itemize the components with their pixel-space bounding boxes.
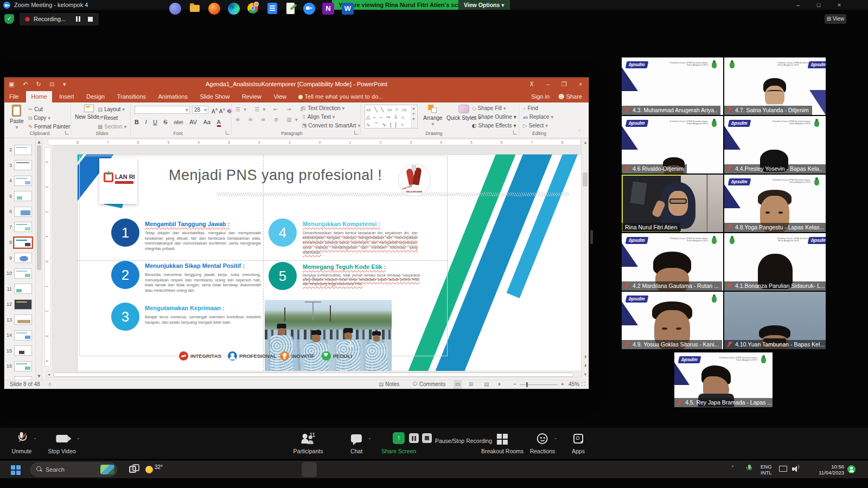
stop-recording-icon[interactable] [88,17,93,22]
clipboard-dialog-launcher[interactable] [65,131,69,134]
sign-in-link[interactable]: Sign in [531,91,550,102]
underline-button[interactable]: U [153,119,157,125]
smartart-button[interactable]: ⬔ Convert to SmartArt ▾ [302,121,360,130]
tray-clock[interactable]: 10:5611/04/2023 [808,464,844,476]
file-explorer-icon[interactable] [189,3,201,15]
thumbnail-item[interactable]: 4 [4,173,32,189]
find-button[interactable]: ⌕ Find [523,104,538,113]
tab-file[interactable]: File [4,91,24,102]
tab-insert[interactable]: Insert [54,91,79,102]
fit-slide-button[interactable]: ⛶ [582,380,585,389]
reactions-options-chevron[interactable]: ˄ [554,438,557,443]
thumbnail-item[interactable]: 12 [4,297,32,312]
thumbnail-item[interactable]: 13 [4,312,32,328]
tab-design[interactable]: Design [81,91,110,102]
tab-slideshow[interactable]: Slide Show [195,91,234,102]
view-layout-button[interactable]: ⊞ View [825,14,846,24]
drawing-dialog-launcher[interactable] [513,131,517,134]
chrome-icon[interactable] [247,3,259,15]
font-size-combo[interactable]: 28▾ [192,106,208,114]
reset-button[interactable]: ↺ Reset [98,114,118,122]
thumbnail-item[interactable]: 10 [4,266,32,281]
stop-video-button[interactable]: Stop Video [48,432,75,454]
tray-speaker-icon[interactable]: ) [792,466,801,472]
security-shield-icon[interactable]: ✓ [4,14,14,24]
reading-view-button[interactable]: ▤ [484,380,489,389]
format-painter-button[interactable]: ✎ Format Painter [28,123,70,131]
tab-view[interactable]: View [269,91,291,102]
breakout-rooms-button[interactable]: Breakout Rooms [481,432,524,454]
ppt-close-button[interactable]: × [572,78,589,91]
font-dialog-launcher[interactable] [226,131,229,134]
text-direction-button[interactable]: ⇅ Text Direction ▾ [302,104,344,113]
h-scrollbar[interactable]: ◂ ▸ [46,371,585,378]
chat-options-chevron[interactable]: ˄ [368,438,371,443]
thumbnail-item[interactable]: 17 [4,374,32,380]
copy-button[interactable]: ⧉ Copy ▾ [28,114,50,122]
quick-access-toolbar[interactable]: ▣ ↶ ↻ ⊡ ▾ [9,78,69,91]
tray-display-icon[interactable] [779,466,787,472]
apps-button[interactable]: Apps [572,432,585,454]
participant-tile[interactable]: bpsdm Pelatihan Dasar CPNS KemenkumhamTa… [622,57,723,115]
audio-options-chevron[interactable]: ˄ [34,438,36,443]
font-color-button[interactable]: A [217,119,221,127]
next-slide-button[interactable]: ⇟ [582,363,589,368]
grow-shrink-font[interactable]: A˄ A˅ � [212,106,232,115]
replace-button[interactable]: ab Replace ▾ [523,113,553,122]
start-button[interactable] [10,464,22,476]
notepad-app-icon[interactable] [285,3,297,15]
v-scrollbar[interactable]: ▴ ⇞ ⇟ ▾ [581,139,589,378]
thumbnail-item[interactable]: 15 [4,343,32,359]
thumbnail-scrollbar[interactable]: ▲ ▼ [35,139,42,380]
tab-transitions[interactable]: Transitions [112,91,151,102]
clear-format-button[interactable]: abc [174,119,183,125]
notes-button[interactable]: ▤ Notes [379,380,399,389]
layout-button[interactable]: ▤ Layout ▾ [98,105,125,113]
slideshow-view-button[interactable]: ⏵ [498,380,501,389]
participant-tile-active-speaker[interactable]: Rina Nurul Fitri Atien [622,175,723,232]
participant-tile[interactable]: bpsdm Pelatihan Dasar CPNS KemenkumhamTa… [674,352,773,407]
tab-animations[interactable]: Animations [154,91,193,102]
thumbnail-item[interactable]: 7 [4,220,32,235]
participant-tile[interactable]: bpsdm Pelatihan Dasar CPNS KemenkumhamTa… [724,175,826,232]
zoom-out-button[interactable]: − [513,380,516,389]
ribbon-options-icon[interactable]: ⊼ [524,78,540,91]
participant-tile[interactable]: bpsdm Pelatihan Dasar CPNS KemenkumhamTa… [724,233,826,291]
shapes-gallery[interactable]: ▭ ╲ ╲ ▭ ○ ▭ △ ⌐ ⌐ ⇨ ⇩ ⌂ ∿ ⌒ ∿ { } ☆ ▲▾▼ [365,105,418,129]
slide[interactable]: LAN RI Menjadi PNS yang profesional ! HA… [78,155,581,371]
video-options-chevron[interactable]: ˄ [77,438,80,443]
thumbnail-item[interactable]: 6 [4,204,32,220]
notebook-app-icon[interactable] [267,3,279,15]
tab-home[interactable]: Home [26,91,52,102]
thumbnail-item[interactable]: 2 [4,142,32,158]
tray-chevron-icon[interactable]: ˄ [731,465,734,471]
participant-tile[interactable]: bpsdm Pelatihan Dasar CPNS KemenkumhamTa… [622,233,723,291]
char-spacing-button[interactable]: AV [189,119,197,125]
cut-button[interactable]: ✂ Cut [28,105,43,113]
zoom-percent[interactable]: 45% [569,380,579,389]
participant-tile[interactable]: bpsdm Pelatihan Dasar CPNS KemenkumhamTa… [724,57,826,115]
change-case-button[interactable]: Aa [203,119,210,125]
font-name-combo[interactable]: ▾ [135,106,190,114]
edge-icon[interactable] [228,3,240,15]
thumbnail-item[interactable]: 3 [4,158,32,174]
close-button[interactable]: × [830,0,848,10]
shape-outline-button[interactable]: ▱ Shape Outline ▾ [472,113,516,121]
taskbar-search[interactable]: Search [30,463,117,477]
normal-view-button[interactable]: ▭ [454,380,462,389]
participant-tile[interactable]: bpsdm Pelatihan Dasar CPNS KemenkumhamTa… [622,116,723,174]
tellme-box[interactable]: Tell me what you want to do... [298,93,384,100]
unmute-button[interactable]: Unmute [12,432,32,454]
tray-notification-badge[interactable] [847,465,856,473]
word-icon[interactable]: W [342,3,354,15]
spellcheck-icon[interactable]: ⎀ [48,380,52,389]
thumbnail-item-selected[interactable]: 8 [4,235,32,251]
align-text-button[interactable]: ⇳ Align Text ▾ [302,113,335,121]
pause-recording-icon[interactable] [76,16,80,22]
thumbnail-item[interactable]: 5 [4,189,32,204]
shapes-scroll[interactable]: ▲▾▼ [411,106,417,129]
shape-effects-button[interactable]: ◐ Shape Effects ▾ [472,121,516,130]
zoom-slider-thumb[interactable] [526,382,528,387]
slide-sorter-view-button[interactable]: ⊞ [469,380,473,389]
minimize-button[interactable]: – [789,0,807,10]
